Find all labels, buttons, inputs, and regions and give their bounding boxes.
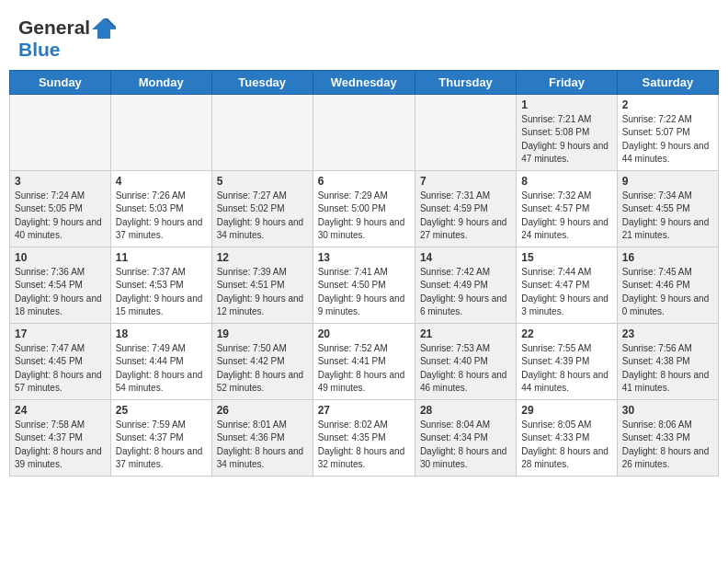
calendar-cell: [415, 94, 516, 170]
calendar-cell: 26Sunrise: 8:01 AM Sunset: 4:36 PM Dayli…: [211, 399, 313, 476]
week-row-2: 3Sunrise: 7:24 AM Sunset: 5:05 PM Daylig…: [10, 170, 719, 247]
day-number: 17: [15, 327, 106, 340]
day-number: 1: [521, 98, 611, 111]
calendar-cell: 25Sunrise: 7:59 AM Sunset: 4:37 PM Dayli…: [110, 399, 211, 476]
day-number: 19: [217, 327, 308, 340]
cell-info: Sunrise: 7:31 AM Sunset: 4:59 PM Dayligh…: [420, 190, 511, 243]
day-number: 22: [521, 327, 611, 340]
calendar-cell: 28Sunrise: 8:04 AM Sunset: 4:34 PM Dayli…: [415, 399, 516, 476]
calendar-cell: 20Sunrise: 7:52 AM Sunset: 4:41 PM Dayli…: [313, 323, 415, 399]
cell-info: Sunrise: 7:47 AM Sunset: 4:45 PM Dayligh…: [15, 342, 106, 396]
calendar-cell: 2Sunrise: 7:22 AM Sunset: 5:07 PM Daylig…: [617, 94, 718, 170]
day-header-wednesday: Wednesday: [313, 70, 415, 94]
cell-info: Sunrise: 7:24 AM Sunset: 5:05 PM Dayligh…: [15, 190, 106, 243]
page-header: General Blue: [0, 0, 728, 70]
day-number: 21: [420, 327, 511, 340]
cell-info: Sunrise: 7:55 AM Sunset: 4:39 PM Dayligh…: [521, 342, 611, 396]
cell-info: Sunrise: 7:44 AM Sunset: 4:47 PM Dayligh…: [521, 266, 611, 319]
cell-info: Sunrise: 7:52 AM Sunset: 4:41 PM Dayligh…: [318, 342, 410, 396]
cell-info: Sunrise: 7:45 AM Sunset: 4:46 PM Dayligh…: [622, 266, 713, 319]
calendar-cell: 11Sunrise: 7:37 AM Sunset: 4:53 PM Dayli…: [110, 247, 211, 323]
week-row-1: 1Sunrise: 7:21 AM Sunset: 5:08 PM Daylig…: [10, 94, 719, 170]
day-number: 3: [15, 175, 106, 188]
cell-info: Sunrise: 7:59 AM Sunset: 4:37 PM Dayligh…: [116, 419, 207, 472]
day-number: 23: [622, 327, 713, 340]
day-number: 14: [420, 251, 511, 264]
cell-info: Sunrise: 7:22 AM Sunset: 5:07 PM Dayligh…: [622, 113, 713, 167]
cell-info: Sunrise: 8:02 AM Sunset: 4:35 PM Dayligh…: [318, 419, 410, 472]
week-row-4: 17Sunrise: 7:47 AM Sunset: 4:45 PM Dayli…: [10, 323, 719, 399]
calendar-cell: 4Sunrise: 7:26 AM Sunset: 5:03 PM Daylig…: [110, 170, 211, 247]
calendar-cell: [10, 94, 111, 170]
cell-info: Sunrise: 8:04 AM Sunset: 4:34 PM Dayligh…: [420, 419, 511, 472]
logo-general: General: [18, 17, 90, 38]
calendar-cell: 21Sunrise: 7:53 AM Sunset: 4:40 PM Dayli…: [415, 323, 516, 399]
day-number: 15: [521, 251, 611, 264]
day-number: 25: [116, 404, 207, 417]
calendar-cell: 7Sunrise: 7:31 AM Sunset: 4:59 PM Daylig…: [415, 170, 516, 247]
day-number: 6: [318, 175, 410, 188]
cell-info: Sunrise: 7:42 AM Sunset: 4:49 PM Dayligh…: [420, 266, 511, 319]
calendar-cell: 23Sunrise: 7:56 AM Sunset: 4:38 PM Dayli…: [617, 323, 718, 399]
calendar-cell: 18Sunrise: 7:49 AM Sunset: 4:44 PM Dayli…: [110, 323, 211, 399]
day-header-sunday: Sunday: [10, 70, 111, 94]
svg-marker-0: [92, 18, 116, 39]
day-number: 29: [521, 404, 611, 417]
day-number: 24: [15, 404, 106, 417]
cell-info: Sunrise: 7:50 AM Sunset: 4:42 PM Dayligh…: [217, 342, 308, 396]
calendar-cell: 8Sunrise: 7:32 AM Sunset: 4:57 PM Daylig…: [517, 170, 617, 247]
calendar-cell: 27Sunrise: 8:02 AM Sunset: 4:35 PM Dayli…: [313, 399, 415, 476]
day-header-saturday: Saturday: [617, 70, 718, 94]
day-header-friday: Friday: [517, 70, 617, 94]
cell-info: Sunrise: 8:06 AM Sunset: 4:33 PM Dayligh…: [622, 419, 713, 472]
day-number: 26: [217, 404, 308, 417]
calendar-cell: 6Sunrise: 7:29 AM Sunset: 5:00 PM Daylig…: [313, 170, 415, 247]
day-number: 28: [420, 404, 511, 417]
calendar-cell: [211, 94, 313, 170]
cell-info: Sunrise: 7:49 AM Sunset: 4:44 PM Dayligh…: [116, 342, 207, 396]
day-number: 20: [318, 327, 410, 340]
calendar-cell: 15Sunrise: 7:44 AM Sunset: 4:47 PM Dayli…: [517, 247, 617, 323]
calendar-cell: 30Sunrise: 8:06 AM Sunset: 4:33 PM Dayli…: [617, 399, 718, 476]
calendar-cell: 3Sunrise: 7:24 AM Sunset: 5:05 PM Daylig…: [10, 170, 111, 247]
day-number: 11: [116, 251, 207, 264]
day-header-row: SundayMondayTuesdayWednesdayThursdayFrid…: [10, 70, 719, 94]
calendar-cell: 1Sunrise: 7:21 AM Sunset: 5:08 PM Daylig…: [517, 94, 617, 170]
cell-info: Sunrise: 7:56 AM Sunset: 4:38 PM Dayligh…: [622, 342, 713, 396]
calendar-body: 1Sunrise: 7:21 AM Sunset: 5:08 PM Daylig…: [10, 94, 719, 476]
cell-info: Sunrise: 7:36 AM Sunset: 4:54 PM Dayligh…: [15, 266, 106, 319]
day-number: 8: [521, 175, 611, 188]
calendar-cell: 14Sunrise: 7:42 AM Sunset: 4:49 PM Dayli…: [415, 247, 516, 323]
day-number: 2: [622, 98, 713, 111]
day-header-monday: Monday: [110, 70, 211, 94]
cell-info: Sunrise: 7:29 AM Sunset: 5:00 PM Dayligh…: [318, 190, 410, 243]
day-number: 10: [15, 251, 106, 264]
calendar-cell: 12Sunrise: 7:39 AM Sunset: 4:51 PM Dayli…: [211, 247, 313, 323]
day-number: 18: [116, 327, 207, 340]
cell-info: Sunrise: 7:58 AM Sunset: 4:37 PM Dayligh…: [15, 419, 106, 472]
cell-info: Sunrise: 7:37 AM Sunset: 4:53 PM Dayligh…: [116, 266, 207, 319]
day-header-tuesday: Tuesday: [211, 70, 313, 94]
cell-info: Sunrise: 7:27 AM Sunset: 5:02 PM Dayligh…: [217, 190, 308, 243]
day-number: 12: [217, 251, 308, 264]
day-number: 30: [622, 404, 713, 417]
cell-info: Sunrise: 8:01 AM Sunset: 4:36 PM Dayligh…: [217, 419, 308, 472]
day-number: 27: [318, 404, 410, 417]
calendar-cell: 29Sunrise: 8:05 AM Sunset: 4:33 PM Dayli…: [517, 399, 617, 476]
cell-info: Sunrise: 7:32 AM Sunset: 4:57 PM Dayligh…: [521, 190, 611, 243]
logo: General Blue: [18, 17, 116, 61]
calendar-wrap: SundayMondayTuesdayWednesdayThursdayFrid…: [0, 70, 728, 486]
calendar-cell: 9Sunrise: 7:34 AM Sunset: 4:55 PM Daylig…: [617, 170, 718, 247]
cell-info: Sunrise: 7:39 AM Sunset: 4:51 PM Dayligh…: [217, 266, 308, 319]
day-number: 13: [318, 251, 410, 264]
calendar-cell: 16Sunrise: 7:45 AM Sunset: 4:46 PM Dayli…: [617, 247, 718, 323]
calendar-cell: [110, 94, 211, 170]
calendar-cell: 17Sunrise: 7:47 AM Sunset: 4:45 PM Dayli…: [10, 323, 111, 399]
calendar-cell: [313, 94, 415, 170]
cell-info: Sunrise: 7:53 AM Sunset: 4:40 PM Dayligh…: [420, 342, 511, 396]
calendar-cell: 24Sunrise: 7:58 AM Sunset: 4:37 PM Dayli…: [10, 399, 111, 476]
logo-icon: [92, 18, 116, 39]
week-row-5: 24Sunrise: 7:58 AM Sunset: 4:37 PM Dayli…: [10, 399, 719, 476]
day-number: 7: [420, 175, 511, 188]
day-number: 5: [217, 175, 308, 188]
